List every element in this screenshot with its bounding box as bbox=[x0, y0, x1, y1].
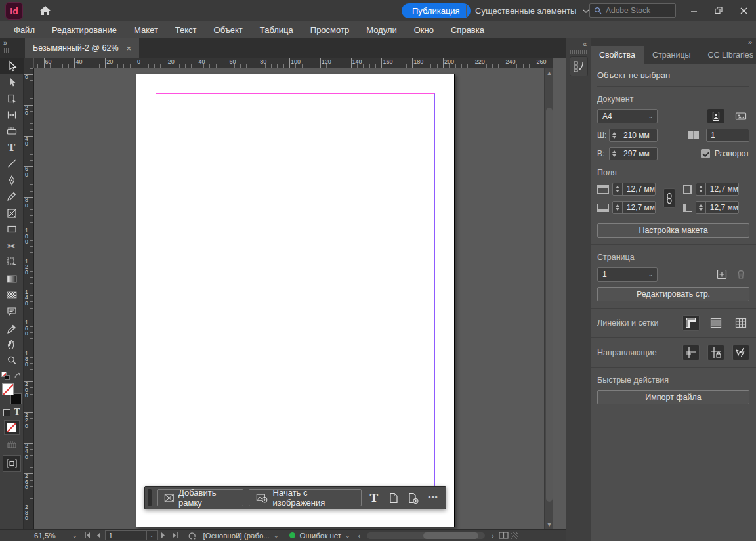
adobe-stock-search-input[interactable]: Adobe Stock bbox=[589, 3, 676, 18]
collapsed-panel-icon[interactable] bbox=[570, 56, 588, 76]
pen-tool[interactable] bbox=[0, 173, 24, 188]
expand-panel-icon[interactable]: » bbox=[748, 38, 752, 46]
facing-pages-checkbox[interactable] bbox=[701, 149, 710, 158]
formatting-affects-container-icon[interactable] bbox=[3, 409, 10, 416]
current-page-dropdown[interactable]: 1 ⌄ bbox=[597, 267, 658, 282]
gradient-swatch-tool[interactable] bbox=[0, 271, 24, 287]
menu-item-10[interactable]: Справка bbox=[442, 21, 493, 38]
scroll-right-icon[interactable]: › bbox=[492, 532, 494, 540]
import-file-button[interactable]: Импорт файла bbox=[597, 390, 749, 404]
new-page-button[interactable] bbox=[387, 489, 401, 506]
resize-grip[interactable] bbox=[511, 532, 518, 539]
chevron-down-icon[interactable]: ⌄ bbox=[146, 531, 157, 540]
frame-tool[interactable] bbox=[0, 206, 24, 221]
restore-button[interactable] bbox=[706, 0, 731, 21]
smart-guides-button[interactable] bbox=[732, 345, 749, 360]
formatting-affects-text-icon[interactable]: T bbox=[14, 408, 20, 417]
canvas-pasteboard[interactable]: Добавить рамку Начать с изображения T ••… bbox=[34, 68, 553, 529]
direct-selection-tool[interactable] bbox=[0, 74, 24, 90]
scroll-up-icon[interactable]: ▲ bbox=[545, 68, 553, 77]
close-button[interactable] bbox=[731, 0, 756, 21]
workspace-publish-button[interactable]: Публикация bbox=[402, 3, 471, 18]
menu-item-8[interactable]: Модули bbox=[358, 21, 406, 38]
scroll-left-icon[interactable]: ‹ bbox=[358, 532, 361, 540]
next-page-button[interactable] bbox=[158, 532, 169, 538]
horizontal-scrollbar[interactable] bbox=[367, 532, 485, 539]
margin-top-field[interactable]: 12,7 мм bbox=[612, 183, 656, 196]
first-page-button[interactable] bbox=[81, 532, 93, 538]
document-page[interactable] bbox=[136, 74, 455, 527]
margin-inside-field[interactable]: 12,7 мм bbox=[696, 183, 739, 196]
tab-properties[interactable]: Свойства bbox=[591, 46, 644, 64]
delete-page-icon[interactable] bbox=[736, 269, 746, 280]
document-tab[interactable]: Безымянный-2 @ 62% × bbox=[25, 38, 139, 58]
show-guides-button[interactable] bbox=[682, 345, 700, 360]
layout-adjust-button[interactable]: Настройка макета bbox=[597, 223, 749, 238]
content-collector-tool[interactable] bbox=[0, 123, 24, 139]
hand-tool[interactable] bbox=[0, 337, 24, 353]
margin-bottom-stepper[interactable] bbox=[613, 202, 623, 213]
apply-none-button[interactable] bbox=[4, 420, 20, 435]
link-margins-button[interactable] bbox=[663, 188, 675, 208]
zoom-level-dropdown[interactable]: 61,5% bbox=[34, 532, 68, 540]
ruler-origin-corner[interactable] bbox=[24, 58, 34, 68]
baseline-grid-button[interactable] bbox=[707, 315, 724, 331]
preflight-status[interactable]: Ошибок нет bbox=[300, 532, 341, 540]
add-page-button[interactable] bbox=[406, 489, 421, 506]
menu-item-9[interactable]: Окно bbox=[406, 21, 442, 38]
scissors-tool[interactable]: ✂ bbox=[0, 238, 24, 254]
spread-view-icon[interactable] bbox=[498, 532, 510, 539]
collapse-dock-icon[interactable]: « bbox=[583, 40, 587, 48]
default-fill-stroke-icon[interactable] bbox=[1, 372, 10, 380]
zoom-tool[interactable] bbox=[0, 353, 24, 368]
orientation-portrait-button[interactable] bbox=[707, 109, 724, 123]
add-page-icon[interactable] bbox=[717, 269, 727, 280]
width-stepper[interactable] bbox=[610, 129, 620, 141]
master-page-dropdown[interactable]: [Основной] (рабо... bbox=[203, 532, 270, 540]
document-grid-button[interactable] bbox=[732, 315, 749, 331]
width-field[interactable]: 210 мм bbox=[609, 129, 658, 142]
height-stepper[interactable] bbox=[610, 148, 620, 160]
swap-fill-stroke-icon[interactable] bbox=[13, 372, 22, 380]
height-field[interactable]: 297 мм bbox=[609, 147, 658, 160]
margin-bottom-field[interactable]: 12,7 мм bbox=[612, 201, 656, 214]
note-tool[interactable] bbox=[0, 304, 24, 320]
add-text-button[interactable]: T bbox=[367, 489, 381, 506]
pencil-tool[interactable] bbox=[0, 188, 24, 204]
margin-outside-field[interactable]: 12,7 мм bbox=[696, 201, 739, 214]
menu-item-7[interactable]: Просмотр bbox=[302, 21, 358, 38]
gradient-feather-tool[interactable] bbox=[0, 287, 24, 303]
home-icon[interactable] bbox=[38, 4, 52, 17]
more-options-button[interactable]: ••• bbox=[426, 489, 440, 506]
rectangle-tool[interactable] bbox=[0, 221, 24, 237]
margin-top-stepper[interactable] bbox=[613, 183, 623, 195]
scroll-down-icon[interactable]: ▼ bbox=[545, 520, 553, 529]
tab-pages[interactable]: Страницы bbox=[644, 46, 700, 64]
vertical-scroll-thumb[interactable] bbox=[546, 108, 553, 502]
vertical-scrollbar[interactable]: ▲ ▼ bbox=[544, 68, 553, 529]
chevron-down-icon[interactable]: ⌄ bbox=[345, 532, 350, 539]
margin-outside-stepper[interactable] bbox=[696, 202, 706, 213]
menu-item-1[interactable]: Файл bbox=[5, 21, 43, 38]
menu-item-4[interactable]: Текст bbox=[167, 21, 205, 38]
orientation-landscape-button[interactable] bbox=[732, 109, 749, 123]
line-tool[interactable] bbox=[0, 156, 24, 171]
screen-mode-button[interactable] bbox=[3, 455, 21, 472]
chevron-down-icon[interactable]: ⌄ bbox=[274, 532, 279, 539]
minimize-button[interactable] bbox=[681, 0, 706, 21]
workspace-selector[interactable]: Существенные элементы bbox=[475, 3, 589, 18]
menu-item-3[interactable]: Макет bbox=[125, 21, 167, 38]
tab-cc-libraries[interactable]: CC Libraries bbox=[700, 46, 756, 64]
vertical-ruler[interactable]: 020406080100120140160180200220240260280 bbox=[24, 68, 34, 529]
page-size-dropdown[interactable]: A4 ⌄ bbox=[597, 109, 658, 123]
horizontal-ruler[interactable]: 6040200204060801001201401601802002202402… bbox=[34, 58, 553, 68]
menu-item-5[interactable]: Объект bbox=[205, 21, 251, 38]
page-number-dropdown[interactable]: 1 ⌄ bbox=[105, 530, 158, 540]
type-tool[interactable]: T bbox=[0, 140, 24, 156]
tab-close-icon[interactable]: × bbox=[127, 43, 132, 53]
page-tool[interactable] bbox=[0, 91, 24, 107]
apply-gradient-button[interactable] bbox=[0, 437, 24, 452]
margin-inside-stepper[interactable] bbox=[696, 183, 706, 195]
menu-item-2[interactable]: Редактирование bbox=[43, 21, 125, 38]
start-with-image-button[interactable]: Начать с изображения bbox=[249, 489, 362, 506]
